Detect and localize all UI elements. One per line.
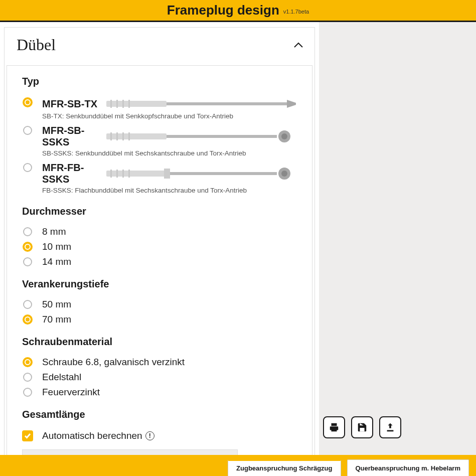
app-header: Frameplug design v1.1.7beta [0,0,476,22]
radio-material-feuerverzinkt[interactable]: Feuerverzinkt [22,385,297,400]
radio-label: 8 mm [42,226,66,237]
radio-label: Edelstahl [42,372,81,383]
section-label-typ: Typ [22,76,297,87]
radio-typ-mfr-fb-ssks[interactable]: MFR-FB-SSKS FB-S [22,160,297,197]
radio-desc: SB-SSKS: Senkbunddübel mit Sechskantschr… [42,149,297,157]
radio-label: 10 mm [42,241,71,252]
svg-rect-8 [110,132,112,140]
radio-typ-mfr-sb-tx[interactable]: MFR-SB-TX SB-TX: Senkbunddübel mit [22,94,297,122]
export-button[interactable] [379,416,401,438]
chevron-up-icon [292,39,304,51]
section-label-gesamtlaenge: Gesamtlänge [22,409,297,420]
radio-durchmesser-14[interactable]: 14 mm [22,254,297,269]
app-title: Frameplug design [167,3,279,18]
svg-rect-4 [128,100,130,108]
section-label-schraubenmaterial: Schraubenmaterial [22,336,297,348]
svg-rect-9 [116,132,118,140]
radio-label: 50 mm [42,299,71,310]
radio-title: MFR-SB-TX [42,98,97,110]
tab-zugbeanspruchung[interactable]: Zugbeanspruchung Schrägzug [228,459,341,476]
svg-rect-16 [110,170,112,178]
anchor-illustration-icon [106,167,297,181]
radio-material-edelstahl[interactable]: Edelstahl [22,370,297,385]
tab-querbeanspruchung[interactable]: Querbeanspruchung m. Hebelarm [347,459,469,476]
svg-rect-2 [116,100,118,108]
svg-rect-17 [116,170,118,178]
svg-marker-6 [287,100,296,108]
svg-rect-18 [122,170,124,178]
svg-rect-12 [167,135,277,138]
radio-material-galvanisch[interactable]: Schraube 6.8, galvanisch verzinkt [22,355,297,370]
svg-rect-20 [164,169,170,179]
radio-label: 14 mm [42,256,71,267]
radio-desc: SB-TX: Senkbunddübel mit Senkkopfschraub… [42,112,297,120]
accordion-title: Dübel [17,36,56,54]
radio-title: MFR-SB-SSKS [42,125,97,148]
svg-rect-21 [170,172,277,175]
radio-label: 70 mm [42,314,71,325]
footer-tabs: Zugbeanspruchung Schrägzug Querbeanspruc… [0,455,476,476]
tab-label: Zugbeanspruchung Schrägzug [236,464,332,472]
radio-desc: FB-SSKS: Flachbunddübel mit Sechskantsch… [42,187,297,194]
svg-rect-0 [106,101,167,107]
accordion-header-duebel[interactable]: Dübel [5,28,314,61]
svg-rect-11 [128,132,130,140]
config-panel: Dübel Typ MFR-SB-TX [0,22,319,474]
svg-rect-10 [122,132,124,140]
section-label-durchmesser: Durchmesser [22,206,297,217]
preview-panel [319,22,476,474]
radio-typ-mfr-sb-ssks[interactable]: MFR-SB-SSKS SB-SSKS: Senkbunddübel [22,122,297,160]
print-button[interactable] [323,416,345,438]
info-icon[interactable]: ! [145,431,154,440]
svg-rect-1 [110,100,112,108]
anchor-illustration-icon [106,129,297,143]
radio-label: Feuerverzinkt [42,387,100,398]
checkbox-checked-icon [22,430,33,441]
svg-rect-7 [106,133,167,139]
radio-verankerung-70[interactable]: 70 mm [22,312,297,327]
anchor-illustration-icon [106,97,297,111]
radio-durchmesser-8[interactable]: 8 mm [22,224,297,239]
radio-verankerung-50[interactable]: 50 mm [22,297,297,312]
tab-label: Querbeanspruchung m. Hebelarm [356,464,461,472]
radio-title: MFR-FB-SSKS [42,162,97,185]
svg-rect-19 [128,170,130,178]
svg-rect-5 [167,102,287,105]
radio-label: Schraube 6.8, galvanisch verzinkt [42,357,185,368]
svg-rect-3 [122,100,124,108]
svg-point-23 [281,171,287,177]
svg-point-14 [281,133,287,139]
radio-durchmesser-10[interactable]: 10 mm [22,239,297,254]
checkbox-auto-berechnen[interactable]: Automatisch berechnen ! [22,427,297,444]
section-label-verankerungstiefe: Verankerungstiefe [22,278,297,290]
checkbox-label: Automatisch berechnen [42,430,142,441]
save-button[interactable] [351,416,373,438]
svg-rect-15 [106,171,167,177]
app-version: v1.1.7beta [283,9,309,15]
